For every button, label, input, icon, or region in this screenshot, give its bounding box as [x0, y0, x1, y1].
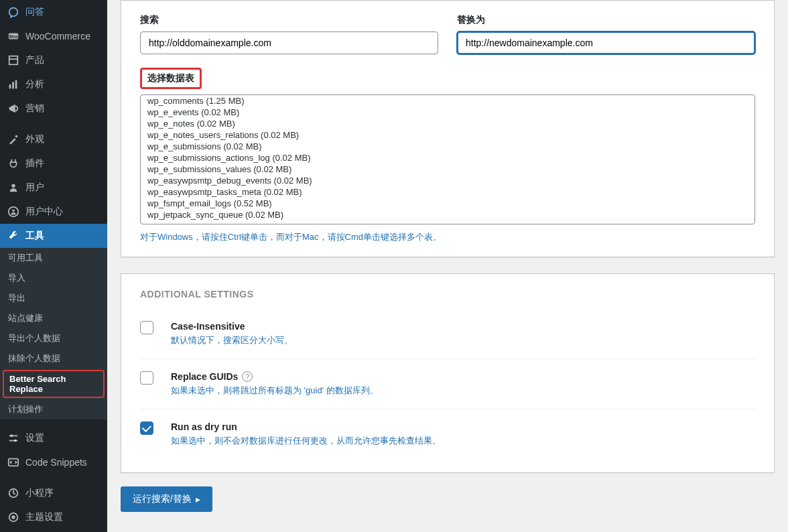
- sidebar-item-theme[interactable]: 主题设置: [0, 505, 107, 529]
- sidebar-item-code[interactable]: Code Snippets: [0, 450, 107, 474]
- table-option[interactable]: wp_jetpack_sync_queue (0.02 MB): [141, 209, 754, 220]
- setting-checkbox[interactable]: [140, 421, 153, 435]
- slider-icon: [7, 431, 20, 445]
- sidebar-item-label: Code Snippets: [25, 457, 87, 468]
- svg-point-8: [15, 135, 18, 138]
- setting-row: Run as dry run如果选中，则不会对数据库进行任何更改，从而允许您事先…: [140, 409, 755, 459]
- comment-icon: [7, 5, 20, 19]
- svg-text:Woo: Woo: [9, 34, 18, 39]
- setting-desc: 默认情况下，搜索区分大小写。: [171, 334, 293, 346]
- table-option[interactable]: wp_e_events (0.02 MB): [141, 107, 754, 118]
- replace-label: 替换为: [457, 14, 755, 26]
- setting-desc: 如果未选中，则将跳过所有标题为 'guid' 的数据库列。: [171, 385, 379, 397]
- svg-point-0: [9, 8, 18, 17]
- sidebar-item-label: 插件: [25, 157, 44, 170]
- table-option[interactable]: wp_easywpsmtp_debug_events (0.02 MB): [141, 175, 754, 186]
- sidebar-item-userc[interactable]: 用户中心: [0, 200, 107, 224]
- sidebar-item-comment[interactable]: 问答: [0, 0, 107, 24]
- sidebar-item-tool[interactable]: 工具: [0, 224, 107, 248]
- sidebar-item-mega[interactable]: 营销: [0, 96, 107, 121]
- svg-point-19: [11, 515, 15, 519]
- woo-icon: Woo: [7, 29, 20, 43]
- svg-rect-7: [15, 80, 17, 89]
- sidebar-item-product[interactable]: 产品: [0, 48, 107, 72]
- mini-icon: [7, 486, 20, 500]
- mega-icon: [7, 102, 20, 115]
- setting-desc: 如果选中，则不会对数据库进行任何更改，从而允许您事先检查结果。: [171, 435, 441, 447]
- sidebar-item-label: 用户中心: [25, 206, 63, 218]
- userc-icon: [7, 205, 20, 218]
- tables-helper-text: 对于Windows，请按住Ctrl键单击，而对于Mac，请按Cmd单击键选择多个…: [140, 231, 755, 243]
- sidebar-item-woo[interactable]: WooWooCommerce: [0, 24, 107, 48]
- sidebar-item-label: 主题设置: [25, 511, 63, 523]
- sidebar-item-label: 小程序: [25, 487, 54, 499]
- table-option[interactable]: wp_e_submissions_values (0.02 MB): [141, 163, 754, 175]
- sidebar-item-label: 营销: [25, 103, 44, 115]
- settings-card: 搜索 替换为 选择数据表 wp_comments (1.25 MB)wp_e_e…: [121, 0, 775, 257]
- setting-title: Run as dry run: [171, 421, 441, 432]
- main-content: 搜索 替换为 选择数据表 wp_comments (1.25 MB)wp_e_e…: [107, 0, 788, 532]
- submenu-item[interactable]: 导出: [0, 288, 107, 308]
- svg-rect-6: [12, 82, 14, 88]
- svg-rect-3: [9, 56, 18, 65]
- sidebar-item-plug[interactable]: 插件: [0, 151, 107, 176]
- sidebar-item-label: 设置: [25, 432, 44, 444]
- chart-icon: [7, 78, 20, 91]
- submenu-item[interactable]: 导入: [0, 268, 107, 288]
- submenu-item[interactable]: Better Search Replace: [3, 370, 105, 398]
- chevron-right-icon: ▸: [196, 494, 200, 505]
- run-search-replace-button[interactable]: 运行搜索/替换 ▸: [121, 486, 212, 512]
- sidebar-item-chart[interactable]: 分析: [0, 72, 107, 96]
- sidebar-item-brush[interactable]: 外观: [0, 127, 107, 151]
- additional-settings-title: ADDITIONAL SETTINGS: [140, 289, 755, 300]
- sidebar-item-label: 分析: [25, 78, 44, 90]
- tool-icon: [7, 229, 20, 243]
- sidebar-item-label: 外观: [25, 133, 44, 145]
- help-icon[interactable]: ?: [242, 371, 253, 382]
- plug-icon: [7, 157, 20, 170]
- svg-point-13: [11, 435, 13, 438]
- table-option[interactable]: wp_e_notes_users_relations (0.02 MB): [141, 129, 754, 141]
- tables-select[interactable]: wp_comments (1.25 MB)wp_e_events (0.02 M…: [140, 94, 755, 224]
- code-icon: [7, 456, 20, 469]
- setting-title: Replace GUIDs?: [171, 371, 379, 382]
- submit-label: 运行搜索/替换: [133, 493, 192, 505]
- submenu-item[interactable]: 抹除个人数据: [0, 348, 107, 369]
- sidebar-item-label: WooCommerce: [25, 31, 90, 42]
- table-option[interactable]: wp_e_notes (0.02 MB): [141, 118, 754, 129]
- additional-settings-card: ADDITIONAL SETTINGS Case-Insensitive默认情况…: [121, 273, 775, 473]
- search-input[interactable]: [140, 31, 438, 54]
- svg-point-11: [12, 209, 15, 212]
- setting-row: Case-Insensitive默认情况下，搜索区分大小写。: [140, 313, 755, 358]
- setting-row: Replace GUIDs?如果未选中，则将跳过所有标题为 'guid' 的数据…: [140, 358, 755, 409]
- brush-icon: [7, 133, 20, 146]
- table-option[interactable]: wp_e_submissions (0.02 MB): [141, 141, 754, 152]
- table-option[interactable]: wp_easywpsmtp_tasks_meta (0.02 MB): [141, 186, 754, 198]
- sidebar-item-label: 工具: [25, 230, 44, 242]
- submenu-item[interactable]: 导出个人数据: [0, 328, 107, 348]
- setting-checkbox[interactable]: [140, 371, 153, 385]
- sidebar-item-mini[interactable]: 小程序: [0, 481, 107, 505]
- submenu-item[interactable]: 计划操作: [0, 399, 107, 419]
- submenu-item[interactable]: 可用工具: [0, 248, 107, 268]
- sidebar-item-user[interactable]: 用户: [0, 176, 107, 200]
- svg-point-15: [14, 440, 17, 442]
- product-icon: [7, 54, 20, 67]
- replace-input[interactable]: [457, 31, 755, 54]
- theme-icon: [7, 511, 20, 524]
- setting-checkbox[interactable]: [140, 321, 153, 334]
- user-icon: [7, 181, 20, 194]
- sidebar-item-label: 问答: [25, 6, 44, 18]
- setting-title: Case-Insensitive: [171, 321, 293, 332]
- table-option[interactable]: wp_comments (1.25 MB): [141, 95, 754, 107]
- sidebar-item-label: 产品: [25, 54, 44, 66]
- submenu-item[interactable]: 站点健康: [0, 308, 107, 328]
- svg-point-9: [11, 184, 15, 188]
- admin-sidebar: 问答WooWooCommerce产品分析营销外观插件用户用户中心工具 可用工具导…: [0, 0, 107, 532]
- search-label: 搜索: [140, 14, 438, 26]
- table-option[interactable]: wp_e_submissions_actions_log (0.02 MB): [141, 152, 754, 163]
- table-option[interactable]: wp_fsmpt_email_logs (0.52 MB): [141, 198, 754, 209]
- tables-label: 选择数据表: [140, 68, 202, 89]
- svg-rect-5: [9, 84, 11, 88]
- sidebar-item-slider[interactable]: 设置: [0, 426, 107, 450]
